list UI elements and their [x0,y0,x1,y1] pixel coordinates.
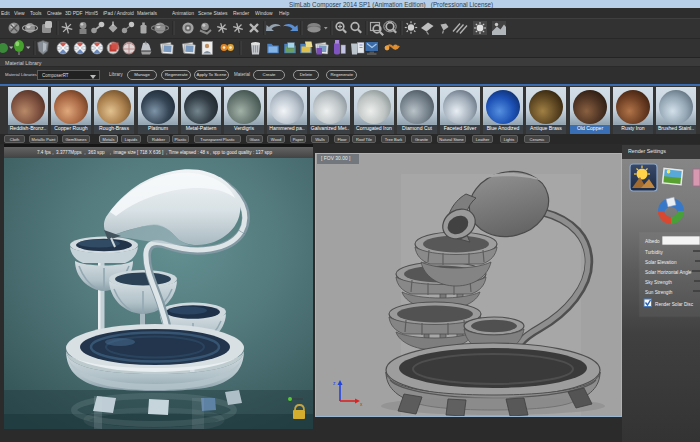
svg-text:Sky Strength: Sky Strength [645,280,672,285]
svg-text:Sun Strength: Sun Strength [645,290,673,295]
svg-text:Render Solar Disc: Render Solar Disc [655,302,694,307]
svg-text:Solar Elevation: Solar Elevation [645,260,677,265]
svg-text:Solar Horizontal Angle: Solar Horizontal Angle [645,270,692,275]
svg-text:Albedo: Albedo [645,239,660,244]
svg-text:Turbidity: Turbidity [645,250,663,255]
